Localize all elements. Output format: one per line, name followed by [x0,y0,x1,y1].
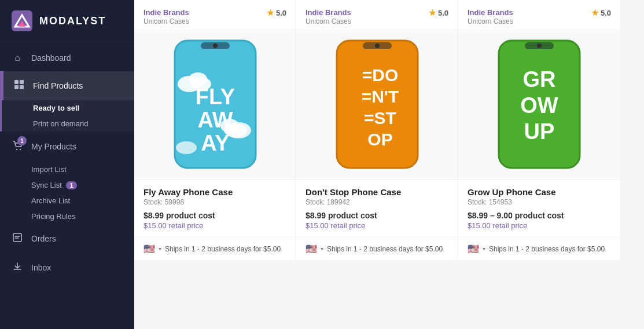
card-price-cost-fly-away: $8.99 product cost [143,211,286,220]
svg-rect-4 [20,80,24,84]
sidebar-sub-print-on-demand[interactable]: Print on demand [2,116,134,131]
card-image-grow-up[interactable]: GR OW UP [458,29,620,180]
svg-point-20 [176,141,197,154]
card-image-fly-away[interactable]: FLY AW AY [134,29,296,180]
card-brand-grow-up: Indie Brands [468,8,513,17]
svg-rect-9 [13,233,21,242]
card-stock-dont-stop: Stock: 189942 [306,198,448,206]
main-content: Indie Brands Unicorn Cases ★ 5.0 [134,0,644,329]
sidebar-item-label-find-products: Find Products [33,81,83,90]
card-seller-dont-stop: Unicorn Cases [306,17,351,25]
svg-point-26 [375,43,380,48]
card-seller-fly-away: Unicorn Cases [143,17,189,25]
card-price-retail-grow-up: $15.00 retail price [468,221,611,230]
card-shipping-fly-away: 🇺🇸 ▾ Ships in 1 - 2 business days for $5… [134,237,296,260]
sidebar-item-my-products[interactable]: My Products 1 [0,131,134,162]
phone-case-svg-grow-up: GR OW UP [493,38,586,171]
card-title-grow-up: Grow Up Phone Case [468,187,611,197]
sidebar-item-orders[interactable]: Orders [0,224,134,253]
phone-case-svg-fly-away: FLY AW AY [169,38,262,171]
svg-text:=ST: =ST [364,108,396,127]
flag-chevron-grow-up[interactable]: ▾ [483,246,485,252]
svg-text:=DO: =DO [362,65,398,85]
card-rating-dont-stop: ★ 5.0 [429,8,448,17]
svg-text:OW: OW [520,93,558,118]
find-products-section: Find Products Ready to sell Print on dem… [0,71,134,131]
sidebar-item-label-inbox: Inbox [31,263,51,272]
card-price-retail-dont-stop: $15.00 retail price [306,221,448,230]
inbox-icon [12,261,23,274]
sidebar-item-dashboard[interactable]: ⌂ Dashboard [0,45,134,71]
star-icon-grow-up: ★ [591,8,599,17]
svg-text:GR: GR [523,67,556,92]
card-info-dont-stop: Don't Stop Phone Case Stock: 189942 $8.9… [296,180,458,237]
svg-rect-5 [14,85,19,89]
card-seller-grow-up: Unicorn Cases [468,17,513,25]
flag-icon-grow-up: 🇺🇸 [468,243,479,254]
phone-case-svg-dont-stop: =DO =N'T =ST OP [331,38,424,171]
sidebar-item-inbox[interactable]: Inbox [0,253,134,282]
flag-icon-dont-stop: 🇺🇸 [306,243,317,254]
find-products-icon [13,79,25,92]
my-products-badge: 1 [17,136,27,145]
card-header-fly-away: Indie Brands Unicorn Cases ★ 5.0 [134,0,296,29]
sidebar-item-label-orders: Orders [31,234,56,243]
flag-chevron-fly-away[interactable]: ▾ [159,246,161,252]
svg-text:AW: AW [197,108,233,132]
card-price-cost-dont-stop: $8.99 product cost [306,211,448,220]
sidebar-sub-sync-list[interactable]: Sync List 1 [0,177,134,193]
card-rating-fly-away: ★ 5.0 [267,8,286,17]
card-price-cost-grow-up: $8.99 – 9.00 product cost [468,211,611,220]
flag-icon-fly-away: 🇺🇸 [143,243,155,254]
sidebar-sub-ready-to-sell[interactable]: Ready to sell [2,100,134,116]
card-header-grow-up: Indie Brands Unicorn Cases ★ 5.0 [458,0,620,29]
svg-rect-3 [14,80,19,84]
card-stock-fly-away: Stock: 59998 [143,198,286,206]
sidebar-sub-import-list[interactable]: Import List [0,162,134,177]
card-info-grow-up: Grow Up Phone Case Stock: 154953 $8.99 –… [458,180,620,237]
card-brand-dont-stop: Indie Brands [306,8,351,17]
logo-text: MODALYST [39,15,106,27]
product-card-fly-away: Indie Brands Unicorn Cases ★ 5.0 [134,0,296,260]
card-title-dont-stop: Don't Stop Phone Case [306,187,448,197]
orders-icon [12,232,23,245]
card-image-dont-stop[interactable]: =DO =N'T =ST OP [296,29,458,180]
star-icon-fly-away: ★ [267,8,274,17]
card-shipping-grow-up: 🇺🇸 ▾ Ships in 1 - 2 business days for $5… [458,237,620,260]
card-info-fly-away: Fly Away Phone Case Stock: 59998 $8.99 p… [134,180,296,237]
products-grid: Indie Brands Unicorn Cases ★ 5.0 [134,0,644,260]
sidebar-item-label-my-products: My Products [31,142,76,151]
svg-text:AY: AY [201,131,229,155]
logo-area: MODALYST [0,0,134,42]
sidebar: MODALYST ⌂ Dashboard Find Products Ready… [0,0,134,329]
dashboard-icon: ⌂ [12,53,23,63]
svg-point-34 [537,43,542,48]
svg-text:FLY: FLY [195,85,234,109]
card-rating-grow-up: ★ 5.0 [591,8,611,17]
card-shipping-dont-stop: 🇺🇸 ▾ Ships in 1 - 2 business days for $5… [296,237,458,260]
product-card-grow-up: Indie Brands Unicorn Cases ★ 5.0 GR OW [458,0,620,260]
svg-point-7 [16,149,17,150]
card-stock-grow-up: Stock: 154953 [468,198,611,206]
svg-rect-6 [20,85,24,89]
modalyst-logo-icon [12,10,32,31]
card-header-dont-stop: Indie Brands Unicorn Cases ★ 5.0 [296,0,458,29]
card-price-retail-fly-away: $15.00 retail price [143,221,286,230]
sidebar-sub-pricing-rules[interactable]: Pricing Rules [0,209,134,224]
sidebar-divider-top [0,42,134,42]
product-card-dont-stop: Indie Brands Unicorn Cases ★ 5.0 =DO =N'… [296,0,458,260]
card-title-fly-away: Fly Away Phone Case [143,187,286,197]
sidebar-item-find-products[interactable]: Find Products [2,71,134,100]
svg-point-8 [20,149,21,150]
svg-text:UP: UP [524,119,555,144]
sidebar-sub-archive-list[interactable]: Archive List [0,193,134,209]
sidebar-item-label-dashboard: Dashboard [31,53,71,63]
svg-text:=N'T: =N'T [361,87,399,106]
svg-text:OP: OP [367,130,392,149]
svg-point-12 [213,43,218,48]
star-icon-dont-stop: ★ [429,8,436,17]
flag-chevron-dont-stop[interactable]: ▾ [321,246,323,252]
sync-list-badge: 1 [66,181,76,189]
card-brand-fly-away: Indie Brands [143,8,189,17]
